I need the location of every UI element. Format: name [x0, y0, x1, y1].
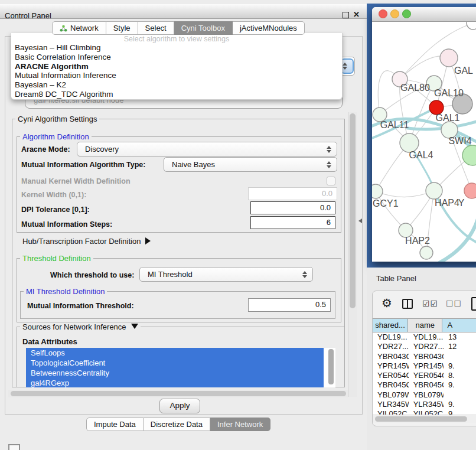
float-window-icon[interactable]: [343, 12, 349, 18]
tab-infer-network[interactable]: Infer Network: [210, 418, 270, 431]
node-gal-top-label: GAL: [454, 66, 473, 76]
expander-expanded-icon: [131, 324, 138, 329]
data-attributes-label: Data Attributes: [22, 337, 77, 346]
table-horizontal-scrollbar[interactable]: [373, 415, 476, 423]
table-cell: YER054C: [409, 371, 444, 380]
table-row[interactable]: YLR345WYLR345W9.: [373, 400, 476, 409]
mi-steps-label: Mutual Information Steps:: [21, 220, 112, 229]
aracne-mode-combobox[interactable]: Discovery: [77, 142, 337, 156]
minimized-panel-icon[interactable]: [8, 444, 20, 450]
table-row[interactable]: YPR145WYPR145W9.: [373, 361, 476, 371]
spinner-arrows-icon: [327, 161, 331, 169]
tab-impute-data[interactable]: Impute Data: [86, 418, 144, 431]
table-cell: 9.: [444, 361, 476, 371]
node-bottom[interactable]: [420, 246, 433, 259]
expander-collapsed-icon: [145, 237, 151, 244]
table-cell: YER054C: [373, 371, 409, 380]
attribute-item-topologicalcoefficient[interactable]: TopologicalCoefficient: [26, 358, 324, 368]
tab-jactivemnodules[interactable]: jActiveMNodules: [233, 21, 305, 35]
table-cell: YBR043C: [409, 352, 444, 361]
table-cell: YBR045C: [409, 380, 444, 390]
algorithm-option-basic-correlation-inference[interactable]: Basic Correlation Inference: [11, 53, 342, 62]
sources-group-header[interactable]: Sources for Network Inference: [20, 322, 141, 331]
hub-definition-expander[interactable]: Hub/Transcription Factor Definition: [22, 237, 151, 246]
table-cell: YDR27...: [409, 342, 444, 351]
combobox-arrow-button-focused[interactable]: [341, 58, 354, 74]
table-cell: YLR345W: [373, 400, 409, 409]
tab-style[interactable]: Style: [106, 21, 138, 35]
algorithm-option-aracne-algorithm[interactable]: ARACNE Algorithm: [11, 62, 342, 71]
node-pink-right-label: Y: [458, 198, 465, 208]
attribute-item-selfloops[interactable]: SelfLoops: [26, 348, 324, 358]
column-header-shared[interactable]: shared...: [373, 319, 408, 332]
panel-splitter-collapse-icon[interactable]: [358, 219, 362, 223]
network-window-titlebar[interactable]: [372, 7, 476, 22]
settings-vscroll-thumb[interactable]: [350, 113, 356, 308]
tab-cyni-toolbox[interactable]: Cyni Toolbox: [174, 21, 233, 35]
columns-icon[interactable]: [402, 299, 413, 309]
kernel-width-field[interactable]: 0.0: [248, 187, 337, 200]
table-panel: ⚙ ☑☑ ☐☐ shared...nameA YDL19...YDL19...1…: [372, 291, 476, 426]
tab-select[interactable]: Select: [138, 21, 174, 35]
tab-network[interactable]: Network: [52, 21, 106, 35]
table-header-row: shared...nameA: [373, 318, 476, 332]
settings-hscroll-thumb[interactable]: [11, 391, 346, 396]
node-HAP4[interactable]: [426, 182, 442, 199]
table-row[interactable]: YBR045CYBR045C9.: [373, 380, 476, 390]
column-header-name[interactable]: name: [408, 319, 443, 332]
table-row[interactable]: YIL052CYIL052C9: [373, 409, 476, 415]
table-row[interactable]: YDL19...YDL19...13: [373, 332, 476, 342]
close-panel-icon[interactable]: ✕: [353, 10, 360, 19]
node-pink-right[interactable]: [464, 183, 476, 198]
select-all-checkboxes-icon[interactable]: ☑☑: [422, 299, 438, 308]
table-cell: YIL052C: [373, 409, 409, 415]
tab-cyni-toolbox-label: Cyni Toolbox: [181, 24, 225, 32]
gear-icon[interactable]: ⚙: [382, 296, 392, 310]
data-attributes-list[interactable]: SelfLoopsTopologicalCoefficientBetweenne…: [26, 348, 335, 387]
table-row[interactable]: YBL079WYBL079W: [373, 390, 476, 400]
network-canvas[interactable]: GALGAL80GAL10GAL1GAL11SWI4GAL4GCY1HAP4YH…: [372, 22, 476, 262]
minimize-traffic-light-icon[interactable]: [390, 9, 399, 18]
table-row[interactable]: YER054CYER054C8.: [373, 371, 476, 380]
control-panel-titlebar[interactable]: Control Panel ✕: [0, 4, 367, 19]
which-threshold-combobox[interactable]: MI Threshold: [139, 267, 313, 282]
table-cell: 12: [444, 342, 476, 351]
table-cell: 9.: [444, 380, 476, 390]
attributes-vscroll-thumb[interactable]: [328, 349, 334, 384]
table-cell: YBL079W: [373, 390, 409, 400]
table-hscroll-thumb[interactable]: [375, 416, 467, 422]
mi-steps-field[interactable]: 6: [250, 216, 335, 229]
which-threshold-value: MI Threshold: [148, 270, 193, 279]
algorithm-option-bayesian-k2[interactable]: Bayesian – K2: [11, 80, 342, 90]
tab-discretize-data[interactable]: Discretize Data: [144, 418, 210, 431]
node-top-partial[interactable]: [467, 22, 476, 30]
attribute-item-gal4rgexp[interactable]: gal4RGexp: [26, 378, 324, 387]
table-cell: YDL19...: [373, 332, 409, 342]
aracne-mode-label: Aracne Mode:: [21, 145, 70, 154]
export-table-icon[interactable]: [471, 297, 476, 311]
tab-style-label: Style: [113, 24, 131, 32]
apply-button[interactable]: Apply: [159, 399, 200, 413]
close-traffic-light-icon[interactable]: [379, 9, 387, 18]
spinner-arrows-icon: [343, 62, 347, 70]
attribute-item-betweennesscentrality[interactable]: BetweennessCentrality: [26, 368, 324, 378]
application-root: GALGAL80GAL10GAL1GAL11SWI4GAL4GCY1HAP4YH…: [0, 0, 476, 450]
algorithm-option-dream8-dc-tdc-algorithm[interactable]: Dream8 DC_TDC Algorithm: [11, 90, 342, 99]
node-GCY1[interactable]: [372, 184, 383, 198]
mi-type-combobox[interactable]: Naive Bayes: [164, 157, 337, 172]
table-cell: YPR145W: [373, 361, 409, 371]
node-gal-top[interactable]: [440, 49, 458, 67]
table-row[interactable]: YBR043CYBR043C: [373, 352, 476, 361]
mi-threshold-field[interactable]: 0.5: [248, 298, 331, 312]
zoom-traffic-light-icon[interactable]: [402, 9, 411, 18]
column-header-a[interactable]: A: [442, 319, 476, 332]
manual-kernel-checkbox[interactable]: [327, 177, 335, 185]
mi-threshold-group-title: MI Threshold Definition: [24, 287, 107, 296]
deselect-all-checkboxes-icon[interactable]: ☐☐: [446, 299, 462, 308]
algorithm-option-bayesian-hill-climbing[interactable]: Bayesian – Hill Climbing: [11, 43, 342, 53]
dropdown-placeholder: Select algorithm to view settings: [11, 35, 342, 43]
node-green-right[interactable]: [462, 145, 476, 165]
algorithm-option-mutual-information-inference[interactable]: Mutual Information Inference: [11, 71, 342, 80]
table-row[interactable]: YDR27...YDR27...12: [373, 342, 476, 351]
dpi-tolerance-field[interactable]: 0.0: [250, 201, 335, 214]
